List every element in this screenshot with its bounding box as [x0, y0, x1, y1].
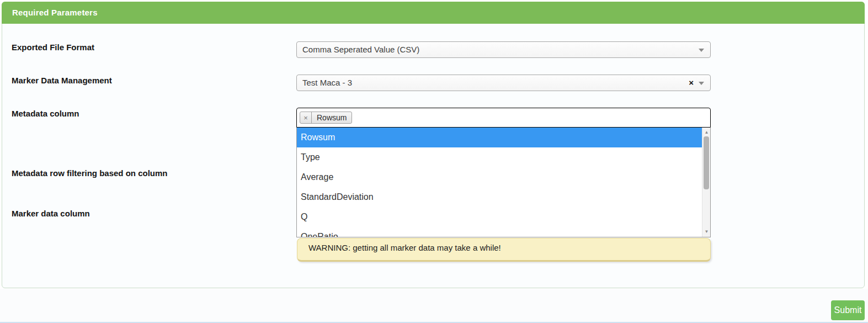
- dropdown-options: RowsumTypeAverageStandardDeviationQOneRa…: [297, 128, 702, 237]
- dropdown-option-rowsum[interactable]: Rowsum: [297, 128, 702, 147]
- label-metadata-row-filtering: Metadata row filtering based on column: [12, 168, 168, 178]
- dropdown-option-type[interactable]: Type: [297, 147, 702, 167]
- chevron-down-icon: [699, 82, 704, 85]
- panel-header: Required Parameters: [2, 2, 865, 24]
- dropdown-option-standarddeviation[interactable]: StandardDeviation: [297, 187, 702, 207]
- exported-file-format-value: Comma Seperated Value (CSV): [302, 42, 419, 57]
- clear-selection-icon[interactable]: ×: [689, 75, 694, 91]
- scroll-down-icon[interactable]: ▼: [702, 228, 711, 236]
- footer: Submit: [0, 289, 868, 322]
- label-exported-file-format: Exported File Format: [12, 43, 94, 52]
- warning-text: WARNING: getting all marker data may tak…: [308, 243, 501, 252]
- metadata-column-dropdown-list: RowsumTypeAverageStandardDeviationQOneRa…: [296, 128, 711, 237]
- selected-tag-rowsum: × Rowsum: [300, 112, 352, 124]
- scroll-up-icon[interactable]: ▲: [702, 129, 711, 136]
- exported-file-format-select[interactable]: Comma Seperated Value (CSV): [296, 41, 711, 58]
- page: Required Parameters Exported File Format…: [0, 0, 868, 323]
- dropdown-option-q[interactable]: Q: [297, 207, 702, 227]
- scrollbar-thumb[interactable]: [704, 136, 709, 189]
- submit-button[interactable]: Submit: [831, 300, 865, 320]
- panel-title: Required Parameters: [12, 2, 98, 24]
- label-marker-data-column: Marker data column: [12, 209, 90, 218]
- marker-data-management-value: Test Maca - 3: [302, 75, 352, 91]
- dropdown-scrollbar[interactable]: ▲ ▼: [702, 128, 710, 237]
- chevron-down-icon: [699, 49, 704, 52]
- remove-tag-icon[interactable]: ×: [300, 112, 312, 123]
- dropdown-option-average[interactable]: Average: [297, 167, 702, 187]
- tag-label: Rowsum: [312, 112, 352, 123]
- dropdown-option-oneratio[interactable]: OneRatio: [297, 227, 702, 237]
- metadata-column-multiselect[interactable]: × Rowsum: [296, 108, 711, 128]
- label-metadata-column: Metadata column: [12, 109, 79, 118]
- label-marker-data-management: Marker Data Management: [12, 76, 112, 85]
- marker-data-management-select[interactable]: Test Maca - 3 ×: [296, 75, 711, 91]
- warning-box: WARNING: getting all marker data may tak…: [297, 238, 711, 262]
